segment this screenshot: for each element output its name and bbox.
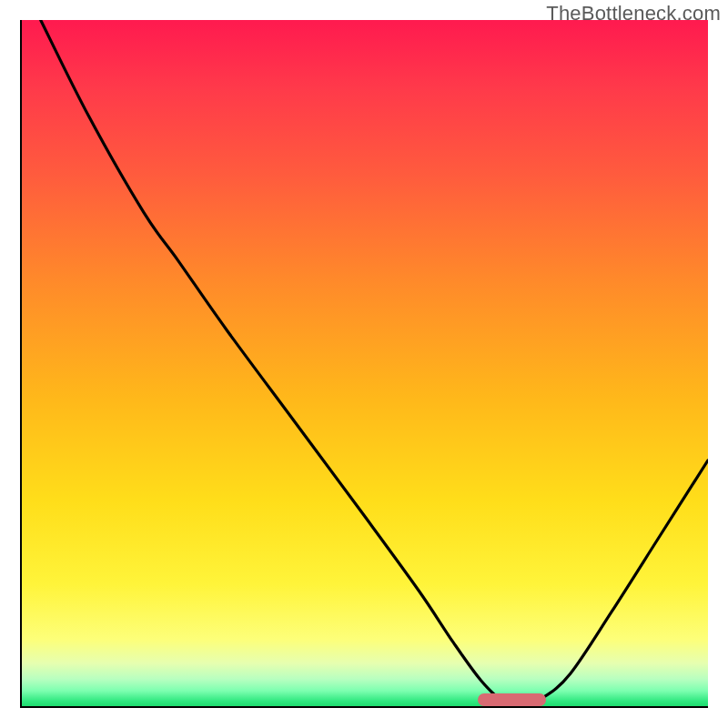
- x-axis: [20, 706, 708, 708]
- plot-area: [20, 20, 708, 708]
- y-axis: [20, 20, 22, 708]
- optimal-range-marker: [478, 693, 547, 706]
- watermark-text: TheBottleneck.com: [546, 2, 721, 25]
- bottleneck-curve: [20, 20, 708, 708]
- bottleneck-chart: TheBottleneck.com: [0, 0, 728, 728]
